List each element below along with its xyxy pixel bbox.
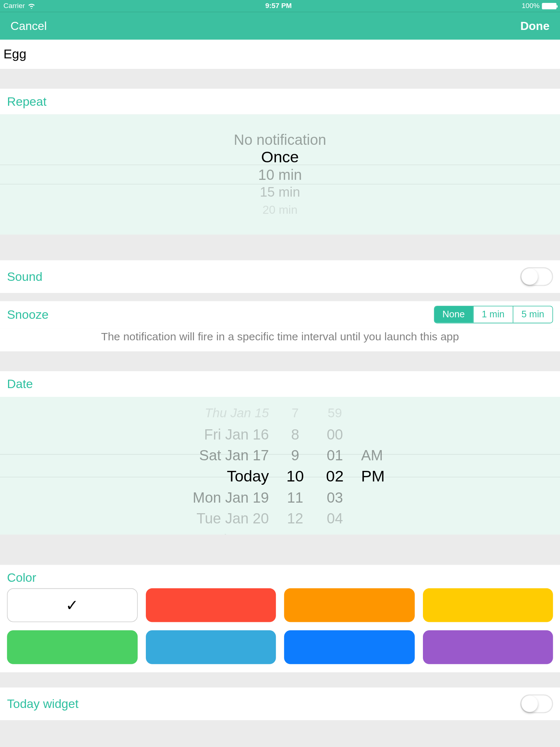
repeat-option[interactable]: No notification (0, 131, 560, 148)
repeat-picker[interactable]: No notification Once 10 min 15 min 20 mi… (0, 115, 560, 235)
color-swatch-red[interactable] (145, 588, 276, 622)
today-widget-label: Today widget (7, 697, 78, 711)
sound-row: Sound (0, 260, 560, 293)
repeat-label: Repeat (0, 89, 560, 114)
battery-percent: 100% (522, 2, 540, 10)
wifi-icon (27, 3, 35, 9)
battery-icon (542, 3, 556, 9)
check-icon: ✓ (66, 596, 78, 614)
snooze-option-none[interactable]: None (434, 306, 473, 323)
snooze-row: Snooze None 1 min 5 min (0, 301, 560, 328)
repeat-option[interactable]: 15 min (0, 183, 560, 201)
date-label: Date (0, 371, 560, 397)
color-swatch-purple[interactable] (423, 630, 553, 664)
today-widget-row: Today widget (0, 688, 560, 720)
color-swatch-green[interactable] (7, 630, 137, 664)
color-swatch-blue[interactable] (284, 630, 415, 664)
done-button[interactable]: Done (520, 19, 549, 33)
date-hour-wheel[interactable]: 6 7 8 9 10 11 12 1 (282, 397, 309, 535)
color-swatch-teal[interactable] (145, 630, 276, 664)
carrier-label: Carrier (4, 2, 25, 10)
repeat-option-selected[interactable]: Once (0, 148, 560, 166)
status-time: 9:57 PM (35, 2, 522, 10)
snooze-segmented: None 1 min 5 min (434, 306, 553, 323)
date-ampm-wheel[interactable]: AM PM (361, 397, 396, 535)
date-day-wheel[interactable]: Wed Jan 14 Thu Jan 15 Fri Jan 16 Sat Jan… (164, 397, 269, 535)
snooze-option-5min[interactable]: 5 min (513, 306, 552, 323)
cancel-button[interactable]: Cancel (11, 19, 47, 33)
title-input[interactable]: Egg (0, 40, 560, 69)
snooze-hint: The notification will fire in a specific… (0, 328, 560, 351)
date-minute-wheel[interactable]: 58 59 00 01 02 03 04 05 (322, 397, 349, 535)
today-widget-switch[interactable] (520, 694, 553, 713)
snooze-label: Snooze (7, 307, 48, 321)
status-bar: Carrier 9:57 PM 100% (0, 0, 560, 12)
date-picker[interactable]: Wed Jan 14 Thu Jan 15 Fri Jan 16 Sat Jan… (0, 397, 560, 535)
snooze-option-1min[interactable]: 1 min (473, 306, 513, 323)
color-swatch-none[interactable]: ✓ (7, 588, 137, 622)
sound-switch[interactable] (520, 267, 553, 286)
sound-label: Sound (7, 270, 42, 283)
color-swatch-orange[interactable] (284, 588, 415, 622)
repeat-option[interactable]: 20 min (0, 201, 560, 218)
color-label: Color (0, 565, 560, 588)
nav-bar: Cancel Done (0, 12, 560, 40)
repeat-option[interactable]: 10 min (0, 166, 560, 183)
color-grid: ✓ (0, 588, 560, 664)
color-swatch-yellow[interactable] (423, 588, 553, 622)
